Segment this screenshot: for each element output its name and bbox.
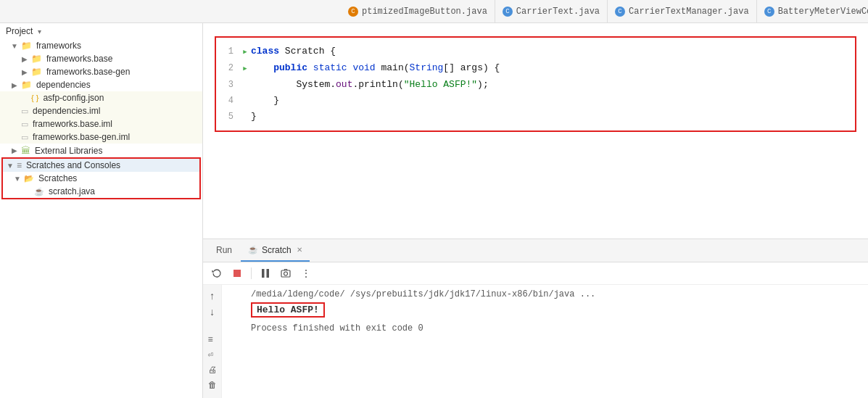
run-btn-1[interactable]: ▶ <box>239 43 251 60</box>
line-num-4: 4 <box>216 93 239 109</box>
suspend-button[interactable] <box>257 265 273 281</box>
extra-tools: ≡ ⏎ 🖨 🗑 <box>208 335 217 395</box>
scroll-up-button[interactable]: ↑ <box>209 291 215 302</box>
print-button[interactable]: 🖨 <box>208 365 217 376</box>
sidebar-item-asfp-config[interactable]: ▶ { } asfp-config.json <box>0 91 202 104</box>
rerun-button[interactable] <box>209 265 225 281</box>
tab-carrier[interactable]: C CarrierText.java <box>495 0 608 22</box>
chevron-icon: ▶ <box>10 146 19 154</box>
svg-rect-0 <box>233 270 241 277</box>
tab-icon-optimized: C <box>348 7 358 17</box>
sidebar-item-scratches[interactable]: ▼ 📂 Scratches <box>3 172 199 185</box>
toolbar-separator <box>251 268 252 279</box>
main-layout: Project ▾ ▼ 📁 frameworks ▶ 📁 frameworks.… <box>0 23 868 398</box>
bottom-panel: Run ☕ Scratch ✕ <box>203 239 868 398</box>
chevron-icon: ▶ <box>10 81 19 89</box>
tab-label-run: Run <box>216 245 232 255</box>
process-line: Process finished with exit code 0 <box>251 323 859 333</box>
chevron-icon: ▶ <box>20 68 29 76</box>
tab-label-battery: BatteryMeterViewCon... <box>778 7 868 17</box>
folder-icon: 📁 <box>21 41 32 51</box>
svg-rect-1 <box>262 269 265 278</box>
code-text-2: public static void main(String[] args) { <box>251 60 855 76</box>
sidebar-item-frameworks[interactable]: ▼ 📁 frameworks <box>0 39 202 52</box>
sidebar-label-scratch-java: scratch.java <box>49 186 95 196</box>
sidebar-label-frameworks: frameworks <box>36 41 81 51</box>
sidebar-item-scratch-java[interactable]: ▶ ☕ scratch.java <box>3 185 199 198</box>
sidebar-label-dependencies-iml: dependencies.iml <box>33 106 100 116</box>
folder-icon: 📁 <box>31 67 42 77</box>
line-num-5: 5 <box>216 109 239 125</box>
chevron-icon: ▼ <box>10 42 19 50</box>
sidebar-label-frameworks-base-iml: frameworks.base.iml <box>33 119 112 129</box>
folder-icon: 📁 <box>21 80 32 90</box>
sidebar-item-frameworks-base-gen[interactable]: ▶ 📁 frameworks.base-gen <box>0 65 202 78</box>
stop-button[interactable] <box>229 265 245 281</box>
sidebar-label-scratches-consoles: Scratches and Consoles <box>26 160 120 170</box>
sidebar-item-frameworks-base[interactable]: ▶ 📁 frameworks.base <box>0 52 202 65</box>
sidebar-label-frameworks-base-gen: frameworks.base-gen <box>46 67 130 77</box>
scroll-down-button[interactable]: ↓ <box>209 307 215 318</box>
code-panel: 1 ▶ class Scratch { 2 ▶ public static vo… <box>203 23 868 239</box>
path-line: /media/ldeng/code/ /sys/prebuilts/jdk/jd… <box>251 289 859 299</box>
sidebar-item-dependencies-iml[interactable]: ▶ ▭ dependencies.iml <box>0 104 202 117</box>
scratches-root-icon: ≡ <box>17 160 22 170</box>
chevron-down-icon: ▼ <box>13 175 22 183</box>
tab-optimized[interactable]: C ptimizedImageButton.java <box>341 0 495 22</box>
java-scratch-icon: ☕ <box>34 187 44 196</box>
project-chevron: ▾ <box>38 28 41 36</box>
sidebar-label-dependencies: dependencies <box>36 80 91 90</box>
sidebar-item-frameworks-base-iml[interactable]: ▶ ▭ frameworks.base.iml <box>0 117 202 130</box>
sidebar-item-external-libraries[interactable]: ▶ 🏛 External Libraries <box>0 144 202 157</box>
sidebar-label-frameworks-base: frameworks.base <box>46 54 112 64</box>
folder-icon: 🏛 <box>21 145 30 156</box>
svg-rect-3 <box>281 270 290 277</box>
output-area: ↑ ↓ ≡ ⏎ 🖨 🗑 /media/ldeng/code/ /sys/preb… <box>203 285 868 398</box>
trash-button[interactable]: 🗑 <box>208 380 217 391</box>
code-highlight-box: 1 ▶ class Scratch { 2 ▶ public static vo… <box>215 36 856 132</box>
tab-battery[interactable]: C BatteryMeterViewCon... <box>757 0 868 22</box>
sidebar-label-scratches: Scratches <box>38 173 77 183</box>
run-btn-2[interactable]: ▶ <box>239 60 251 77</box>
svg-point-4 <box>284 272 288 275</box>
tab-icon-carriermgr: C <box>615 7 625 17</box>
tab-icon-carrier: C <box>503 7 513 17</box>
chevron-icon: ▶ <box>20 55 29 63</box>
sidebar-label-asfp-config: asfp-config.json <box>43 93 104 103</box>
sidebar-item-scratches-and-consoles[interactable]: ▼ ≡ Scratches and Consoles <box>3 159 199 172</box>
code-line-5: 5 } <box>216 109 855 125</box>
folder-icon: 📁 <box>31 54 42 64</box>
line-num-1: 1 <box>216 43 239 59</box>
close-scratch-tab[interactable]: ✕ <box>297 246 302 254</box>
project-label: Project <box>6 26 33 36</box>
more-button[interactable]: ⋮ <box>298 265 314 281</box>
tab-scratch[interactable]: ☕ Scratch ✕ <box>241 239 310 262</box>
filter-button[interactable]: ≡ <box>208 335 217 345</box>
editor-area: 1 ▶ class Scratch { 2 ▶ public static vo… <box>203 23 868 398</box>
wrap-button[interactable]: ⏎ <box>208 349 217 360</box>
project-header[interactable]: Project ▾ <box>0 23 202 39</box>
bottom-toolbar: ⋮ <box>203 262 868 285</box>
line-num-2: 2 <box>216 60 239 76</box>
sidebar-item-dependencies[interactable]: ▶ 📁 dependencies <box>0 78 202 91</box>
hello-output-box: Hello ASFP! <box>251 302 325 318</box>
tab-label-scratch: Scratch <box>262 245 292 255</box>
code-text-1: class Scratch { <box>251 43 855 59</box>
code-line-2: 2 ▶ public static void main(String[] arg… <box>216 60 855 77</box>
svg-rect-2 <box>267 269 270 278</box>
tab-run[interactable]: Run <box>209 239 239 262</box>
scratch-tab-icon: ☕ <box>248 245 258 254</box>
output-text-area: /media/ldeng/code/ /sys/prebuilts/jdk/jd… <box>242 285 868 398</box>
hello-output-text: Hello ASFP! <box>257 304 319 315</box>
tab-icon-battery: C <box>764 7 774 17</box>
tab-carriermgr[interactable]: C CarrierTextManager.java <box>608 0 757 22</box>
code-text-3: System.out.println("Hello ASFP!"); <box>251 77 855 93</box>
code-line-1: 1 ▶ class Scratch { <box>216 43 855 60</box>
json-icon: { } <box>31 94 38 102</box>
output-nav: ↑ ↓ ≡ ⏎ 🖨 🗑 <box>203 285 222 398</box>
sidebar-item-frameworks-base-gen-iml[interactable]: ▶ ▭ frameworks.base-gen.iml <box>0 130 202 144</box>
screenshot-button[interactable] <box>278 265 294 281</box>
iml-icon: ▭ <box>21 133 28 142</box>
tab-label-optimized: ptimizedImageButton.java <box>362 7 487 17</box>
top-tabs-bar: C ptimizedImageButton.java C CarrierText… <box>0 0 868 23</box>
